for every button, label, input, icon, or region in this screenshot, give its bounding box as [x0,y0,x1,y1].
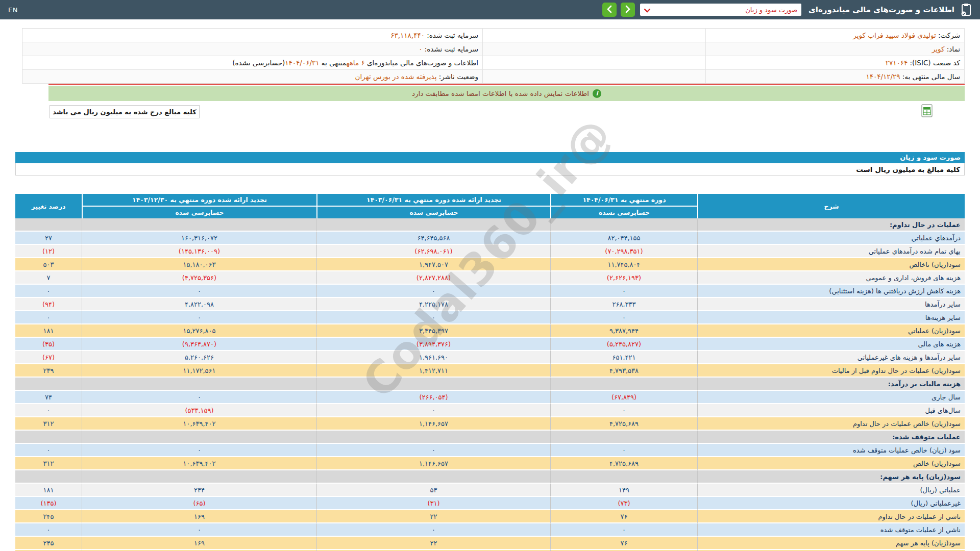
row-value: (۹۴) [15,298,82,311]
row-value: (۵۳۳,۱۵۹) [82,404,316,417]
row-label: سود(زيان) عملياتي [697,324,965,338]
row-value [316,431,550,444]
row-label: هزينه هاى مالى [697,338,965,351]
statement-data-row: هزينه كاهش ارزش دريافتني ها (هزينه استثن… [15,285,965,298]
row-value: ۶۴,۶۴۵,۵۶۸ [316,232,550,245]
statement-data-row: سود (زيان) خالص عمليات متوقف شده۰۰۰۰ [15,444,965,457]
company-info-empty-cell [483,29,706,42]
row-value: ۰ [550,404,697,417]
row-value: ۰ [316,444,550,457]
signature-match-banner: i اطلاعات نمایش داده شده با اطلاعات امضا… [48,86,965,101]
row-value [82,470,316,484]
row-value: ۴,۸۲۲,۰۹۸ [82,298,316,311]
header-audit-annual: حسابرسی شده [82,206,316,218]
row-value: ۰ [550,523,697,537]
row-label: ساير درآمدها و هزينه هاى غيرعملياتي [697,351,965,364]
row-value: ۰ [316,404,550,417]
row-value: (۳,۸۹۴,۳۷۶) [316,338,550,351]
row-value: ۰ [15,523,82,537]
row-value: ۱۸۱ [15,324,82,338]
row-value [15,218,82,232]
row-value: ۲۲ [316,510,550,523]
row-value: ۱۸۱ [15,484,82,497]
row-value: ۰ [15,285,82,298]
row-value: ۴,۷۲۵,۶۸۹ [550,457,697,470]
header-period-restated-annual: تجدید ارائه شده دوره منتهي به ۱۴۰۳/۱۲/۳۰ [82,194,316,206]
row-value: ۰ [15,404,82,417]
row-value: (۶۷) [15,351,82,364]
row-value: ۰ [316,285,550,298]
row-value: ۵۳ [316,484,550,497]
row-value: ۴,۷۲۵,۶۸۹ [550,417,697,431]
row-value: ۰ [15,311,82,324]
row-value: ۱,۱۴۶,۶۵۷ [316,417,550,431]
row-value: (۹,۳۶۴,۸۷۰) [82,338,316,351]
top-navigation-bar: اطلاعات و صورت‌های مالی میاندوره‌ای صورت… [0,0,980,19]
statement-table-body: عملیات در حال تداوم:درآمدهاي عملياتي۸۲,۰… [15,218,965,551]
row-value: ۳۱۲ [15,417,82,431]
page-title: اطلاعات و صورت‌های مالی میاندوره‌ای [808,5,954,14]
company-info-cell: سرمایه ثبت نشده: ۰ [22,42,483,56]
header-change-percent: درصد تغییر [15,194,82,218]
row-value: ۵۰۳ [15,258,82,271]
row-label: عملياتي (ريال) [697,484,965,497]
row-value: ۱۴۹ [550,484,697,497]
chevron-down-icon [644,5,650,15]
row-value [82,378,316,391]
excel-export-icon[interactable] [921,104,933,117]
row-label: غيرعملياتي (ريال) [697,497,965,510]
row-value [82,431,316,444]
row-value: (۷۳) [550,497,697,510]
company-info-row: کد صنعت (ISIC): ۲۷۱۰۶۴اطلاعات و صورت‌های… [22,56,965,70]
language-toggle-en[interactable]: EN [8,6,18,14]
nav-next-button[interactable] [621,3,635,17]
row-label: سود (زيان) خالص عمليات متوقف شده [697,444,965,457]
nav-prev-button[interactable] [602,3,617,17]
row-label: سال جارى [697,391,965,404]
row-value: ۱۱,۷۴۵,۸۰۴ [550,258,697,271]
chevron-right-icon [625,5,631,15]
company-info-cell: نماد: كوير [706,42,965,56]
company-info-cell: شرکت: توليدي فولاد سپيد فراب كوير [706,29,965,42]
company-info-row: سال مالی منتهی به: ۱۴۰۴/۱۲/۲۹وضعیت ناشر:… [22,70,965,84]
row-value: ۲۴۵ [15,537,82,550]
row-value [550,431,697,444]
header-period-current: دوره منتهي به ۱۴۰۴/۰۶/۳۱ [550,194,697,206]
company-info-table: شرکت: توليدي فولاد سپيد فراب كويرسرمایه … [22,28,965,84]
report-type-dropdown[interactable]: صورت سود و زیان [640,4,801,16]
row-value: (۶۷,۸۴۹) [550,391,697,404]
row-value: (۶۵) [82,497,316,510]
row-label: عملیات در حال تداوم: [697,218,965,232]
company-info-cell: سال مالی منتهی به: ۱۴۰۴/۱۲/۲۹ [706,70,965,84]
row-value: ۲۳۴ [82,484,316,497]
row-value: ۲۷ [15,232,82,245]
row-label: سود(زيان) عمليات در حال تداوم قبل از مال… [697,364,965,378]
row-value: ۰ [550,311,697,324]
statement-data-row: سود(زيان) ناخالص۱۱,۷۴۵,۸۰۴۱,۹۴۷,۵۰۷۱۵,۱۸… [15,258,965,271]
statement-section-row: سود(زيان) پايه هر سهم: [15,470,965,484]
amounts-unit-note: کلیه مبالغ درج شده به میلیون ریال می باش… [50,105,200,118]
statement-title-bar: صورت سود و زیان [15,152,965,163]
row-value: ۰ [316,311,550,324]
statement-section-row: هزينه ماليات بر درآمد: [15,378,965,391]
row-value: (۲,۸۲۷,۲۸۸) [316,271,550,285]
company-info-empty-cell [483,56,706,70]
row-value: (۳۱) [316,497,550,510]
row-value [82,218,316,232]
row-value: ۱۰,۶۳۹,۴۰۲ [82,457,316,470]
company-info-cell: اطلاعات و صورت‌های مالی میاندوره‌ای ۶ ما… [22,56,483,70]
statement-data-row: سال‌هاى قبل۰۰(۵۳۳,۱۵۹)۰ [15,404,965,417]
row-value: ۲۶۸,۳۳۳ [550,298,697,311]
statement-section-row: عملیات در حال تداوم: [15,218,965,232]
row-value: ۱۶۰,۳۱۶,۰۷۲ [82,232,316,245]
statement-data-row: هزينه هاى مالى(۵,۲۴۵,۸۲۷)(۳,۸۹۴,۳۷۶)(۹,۳… [15,338,965,351]
report-type-selected-value: صورت سود و زیان [745,6,797,14]
header-desc: شرح [697,194,965,218]
row-label: هزينه ماليات بر درآمد: [697,378,965,391]
statement-unit-row: کلیه مبالغ به میلیون ریال است [15,163,965,176]
row-value [550,470,697,484]
red-divider [48,84,965,85]
statement-data-row: هزينه هاى فروش، ادارى و عمومى(۲,۶۲۶,۱۹۳)… [15,271,965,285]
row-value: (۱۲) [15,245,82,258]
statement-data-row: عملياتي (ريال)۱۴۹۵۳۲۳۴۱۸۱ [15,484,965,497]
